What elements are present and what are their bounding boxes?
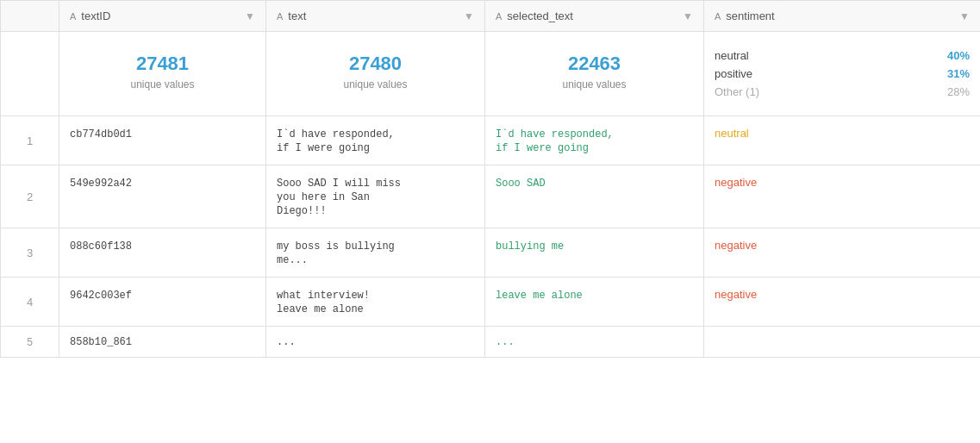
textid-unique-label: unique values	[70, 78, 255, 90]
sentiment-type-icon: A	[715, 11, 721, 22]
textid-unique-count: 27481	[70, 53, 255, 75]
text-filter-icon[interactable]: ▼	[464, 10, 474, 22]
cell-sentiment: neutral	[704, 116, 981, 165]
selected-text-value: bullying me	[496, 240, 564, 253]
sentiment-dist-pct: 28%	[947, 85, 970, 98]
col-header-textid[interactable]: A textID ▼	[59, 1, 266, 32]
sentiment-filter-icon[interactable]: ▼	[959, 10, 970, 22]
cell-text: I`d have responded,if I were going	[266, 116, 485, 165]
textid-type-icon: A	[70, 11, 76, 22]
selected-text-unique-count: 22463	[496, 53, 693, 75]
table-row: 4 9642c003ef what interview!leave me alo…	[1, 278, 981, 327]
text-unique-count: 27480	[277, 53, 474, 75]
cell-sentiment: negative	[704, 165, 981, 228]
sentiment-value: negative	[715, 288, 757, 301]
table-row: 2 549e992a42 Sooo SAD I will missyou her…	[1, 165, 981, 228]
sentiment-value: negative	[715, 176, 757, 189]
sentiment-value: negative	[715, 239, 757, 252]
text-type-icon: A	[277, 11, 283, 22]
textid-value: 549e992a42	[70, 178, 132, 190]
partial-row-num: 5	[1, 327, 59, 358]
partial-textid: 858b10_861	[59, 327, 266, 358]
text-unique-label: unique values	[277, 78, 474, 90]
sentiment-dist-row: neutral40%	[715, 49, 970, 62]
table-row: 3 088c60f138 my boss is bullyingme... bu…	[1, 228, 981, 278]
text-value: my boss is bullyingme...	[277, 240, 395, 266]
text-value: what interview!leave me alone	[277, 290, 370, 315]
cell-textid: cb774db0d1	[59, 116, 266, 165]
selected-text-type-icon: A	[496, 11, 502, 22]
partial-text: ...	[266, 327, 485, 358]
sentiment-label: sentiment	[726, 9, 774, 22]
textid-value: cb774db0d1	[70, 128, 132, 140]
sentiment-value: neutral	[715, 127, 749, 140]
cell-text: what interview!leave me alone	[266, 278, 485, 327]
summary-selected-text: 22463 unique values	[485, 32, 704, 116]
selected-text-label: selected_text	[507, 9, 573, 22]
text-value: Sooo SAD I will missyou here in SanDiego…	[277, 178, 401, 217]
summary-row: 27481 unique values 27480 unique values …	[1, 32, 981, 116]
textid-filter-icon[interactable]: ▼	[245, 10, 255, 22]
row-number-header	[1, 1, 59, 32]
cell-sentiment: negative	[704, 278, 981, 327]
partial-text-value: ...	[277, 336, 296, 348]
selected-text-value: I`d have responded,if I were going	[496, 128, 614, 154]
selected-text-unique-label: unique values	[496, 78, 693, 90]
selected-text-value: leave me alone	[496, 290, 583, 302]
col-header-sentiment[interactable]: A sentiment ▼	[704, 1, 981, 32]
table-row: 1 cb774db0d1 I`d have responded,if I wer…	[1, 116, 981, 165]
table-row-partial: 5 858b10_861 ... ...	[1, 327, 981, 358]
summary-sentiment: neutral40%positive31%Other (1)28%	[704, 32, 981, 116]
summary-textid: 27481 unique values	[59, 32, 266, 116]
cell-textid: 9642c003ef	[59, 278, 266, 327]
cell-selected-text: bullying me	[485, 228, 704, 278]
cell-selected-text: I`d have responded,if I were going	[485, 116, 704, 165]
selected-text-filter-icon[interactable]: ▼	[683, 10, 693, 22]
cell-textid: 549e992a42	[59, 165, 266, 228]
selected-text-value: Sooo SAD	[496, 178, 546, 190]
cell-textid: 088c60f138	[59, 228, 266, 278]
row-number: 2	[1, 165, 59, 228]
partial-sentiment	[704, 327, 981, 358]
row-number: 1	[1, 116, 59, 165]
sentiment-dist-row: Other (1)28%	[715, 85, 970, 98]
cell-sentiment: negative	[704, 228, 981, 278]
cell-selected-text: Sooo SAD	[485, 165, 704, 228]
partial-textid-value: 858b10_861	[70, 336, 132, 348]
row-number: 4	[1, 278, 59, 327]
col-header-text[interactable]: A text ▼	[266, 1, 485, 32]
cell-text: my boss is bullyingme...	[266, 228, 485, 278]
partial-selected: ...	[485, 327, 704, 358]
sentiment-dist-pct: 40%	[947, 49, 970, 62]
summary-row-num	[1, 32, 59, 116]
sentiment-dist-name: neutral	[715, 49, 749, 62]
partial-selected-value: ...	[496, 336, 515, 348]
text-label: text	[288, 9, 306, 22]
textid-label: textID	[81, 9, 110, 22]
textid-value: 9642c003ef	[70, 290, 132, 302]
sentiment-dist-row: positive31%	[715, 67, 970, 80]
sentiment-dist-pct: 31%	[947, 67, 970, 80]
data-table: A textID ▼ A text ▼	[0, 0, 980, 358]
summary-text: 27480 unique values	[266, 32, 485, 116]
sentiment-dist-name: positive	[715, 67, 752, 80]
textid-value: 088c60f138	[70, 240, 132, 253]
text-value: I`d have responded,if I were going	[277, 128, 395, 154]
cell-selected-text: leave me alone	[485, 278, 704, 327]
cell-text: Sooo SAD I will missyou here in SanDiego…	[266, 165, 485, 228]
col-header-selected-text[interactable]: A selected_text ▼	[485, 1, 704, 32]
sentiment-dist-name: Other (1)	[715, 85, 759, 98]
row-number: 3	[1, 228, 59, 278]
